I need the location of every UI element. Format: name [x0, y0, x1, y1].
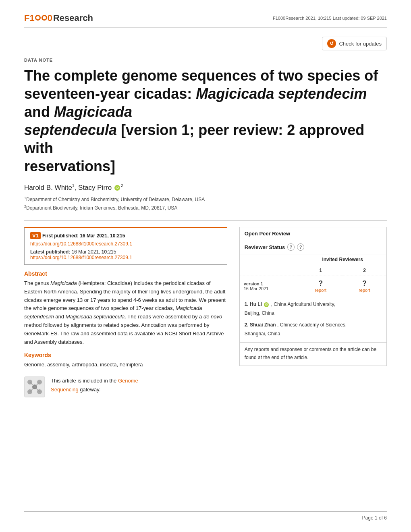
logo-circle: [35, 15, 41, 21]
version-date: 16 Mar 2021: [244, 286, 269, 291]
logo: F1 0 Research: [24, 13, 93, 23]
divider: [24, 220, 387, 220]
reviewer-status-label: Reviewer Status: [245, 244, 285, 250]
table-col-numbers-row: 1 2: [240, 265, 386, 276]
first-published-label: First published: 16 Mar 2021, 10:215: [42, 233, 125, 239]
reviewer1-report-link[interactable]: report: [303, 288, 338, 293]
status-question-1[interactable]: ?: [287, 243, 295, 251]
title-species1: Magicicada septendecim: [196, 85, 367, 102]
invited-label-cell: [240, 254, 299, 265]
reviewer2-info: 2. Shuai Zhan , Chinese Academy of Scien…: [245, 321, 382, 338]
first-doi-link[interactable]: https://doi.org/10.12688/f1000research.2…: [30, 241, 132, 247]
col1-header: 1: [299, 265, 342, 276]
invited-reviewers-label: Invited Reviewers: [299, 254, 386, 265]
latest-doi: https://doi.org/10.12688/f1000research.2…: [30, 255, 221, 260]
gateway-link-genome[interactable]: Genome: [118, 378, 138, 384]
affiliations: 1Department of Chemistry and Biochemistr…: [24, 195, 387, 212]
version-label: version 1: [244, 281, 263, 286]
peer-review-box: Open Peer Review Reviewer Status ? ? Inv…: [239, 227, 387, 366]
gateway-text-after: gateway.: [79, 387, 101, 393]
reviewer1-cell: ? report: [299, 276, 342, 296]
article-type-label: DATA NOTE: [24, 58, 387, 62]
check-updates-label: Check for updates: [339, 41, 382, 47]
author1-name: Harold B. White: [24, 184, 72, 191]
logo-f: F1: [24, 13, 35, 23]
left-column: V1 First published: 16 Mar 2021, 10:215 …: [24, 227, 227, 397]
status-question-2[interactable]: ?: [297, 243, 304, 251]
gateway-text: This article is included in the Genome S…: [51, 376, 138, 394]
affiliation-1: 1Department of Chemistry and Biochemistr…: [24, 195, 387, 204]
logo-research: Research: [53, 13, 93, 23]
orcid-icon: iD: [114, 185, 120, 191]
gateway-link-sequencing[interactable]: Sequencing: [51, 387, 79, 393]
version-box: V1 First published: 16 Mar 2021, 10:215 …: [24, 227, 227, 265]
gateway-icon: [24, 376, 45, 397]
reviewers-table: Invited Reviewers 1 2 version 1 16 Mar 2…: [240, 254, 386, 296]
author2-name: Stacy Pirro: [78, 184, 112, 191]
author2-sup: 2: [121, 183, 123, 188]
gateway-box: This article is included in the Genome S…: [24, 376, 227, 397]
version-row: version 1 16 Mar 2021 ? report ? report: [240, 276, 386, 296]
reviewer1-info: 1. Hu Li iD , China Agricultural Univers…: [245, 300, 382, 318]
version-cell: version 1 16 Mar 2021: [240, 276, 299, 296]
gateway-svg: [25, 377, 44, 397]
abstract-heading: Abstract: [24, 270, 227, 277]
logo-zero: 0: [48, 13, 52, 23]
any-reports: Any reports and responses or comments on…: [240, 342, 386, 365]
check-updates-area: ↺ Check for updates: [24, 33, 387, 50]
logo-circle2: [42, 15, 47, 21]
reviewer2-report-link[interactable]: report: [347, 288, 382, 293]
reviewer1-name: 1. Hu Li: [245, 301, 264, 307]
keywords-heading: Keywords: [24, 352, 227, 358]
version-number: V1: [30, 232, 41, 239]
reviewer1-q: ?: [303, 279, 338, 288]
reviewer-status-row: Reviewer Status ? ?: [240, 240, 386, 254]
check-updates-button[interactable]: ↺ Check for updates: [322, 37, 387, 50]
empty-cell: [240, 265, 299, 276]
reviewer1-orcid: iD: [264, 302, 269, 307]
title-part2: and: [24, 104, 54, 120]
header-meta: F1000Research 2021, 10:215 Last updated:…: [273, 16, 387, 21]
page-number: Page 1 of 6: [362, 515, 387, 521]
latest-published-line: Latest published: 16 Mar 2021, 10:215: [30, 249, 221, 255]
keywords-text: Genome, assembly, arthropoda, insecta, h…: [24, 361, 227, 369]
affiliation-2: 2Department Biodiversity, Iridian Genome…: [24, 204, 387, 212]
authors-line: Harold B. White1, Stacy Pirro iD2: [24, 183, 387, 192]
gateway-text-before: This article is included in the: [51, 378, 118, 384]
reviewer2-cell: ? report: [342, 276, 386, 296]
updates-icon: ↺: [327, 39, 336, 48]
reviewer2-q: ?: [347, 279, 382, 288]
article-title: The complete genome sequences of two spe…: [24, 66, 387, 175]
right-column: Open Peer Review Reviewer Status ? ? Inv…: [239, 227, 387, 397]
col2-header: 2: [342, 265, 386, 276]
page-footer: Page 1 of 6: [24, 511, 387, 521]
reviewer2-name: 2. Shuai Zhan: [245, 322, 276, 328]
main-content: V1 First published: 16 Mar 2021, 10:215 …: [24, 227, 387, 397]
page-header: F1 0 Research F1000Research 2021, 10:215…: [24, 13, 387, 28]
first-doi: https://doi.org/10.12688/f1000research.2…: [30, 241, 221, 247]
peer-review-heading: Open Peer Review: [240, 227, 386, 240]
author1-sup: 1: [72, 183, 75, 188]
latest-doi-link[interactable]: https://doi.org/10.12688/f1000research.2…: [30, 255, 132, 260]
table-header-row: Invited Reviewers: [240, 254, 386, 265]
reviewer-list: 1. Hu Li iD , China Agricultural Univers…: [240, 296, 386, 342]
abstract-text: The genus Magicicada (Hemiptera: Cicadid…: [24, 279, 227, 346]
version-badge: V1 First published: 16 Mar 2021, 10:215: [30, 232, 125, 239]
